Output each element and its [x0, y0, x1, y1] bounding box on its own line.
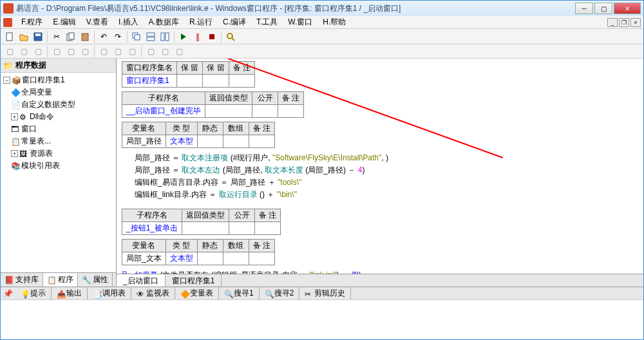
- bottom-tab-hint[interactable]: 💡提示: [15, 287, 52, 300]
- tree-node-window[interactable]: 🗔窗口: [2, 123, 115, 135]
- paste-button[interactable]: [79, 30, 91, 43]
- tree-node-customtype[interactable]: 📄自定义数据类型: [2, 99, 115, 111]
- tree-node-resource[interactable]: +🖼资源表: [2, 147, 115, 160]
- tree-toggle[interactable]: −: [3, 77, 10, 84]
- bottom-tab-output[interactable]: 📤输出: [52, 287, 88, 300]
- sub1-table[interactable]: 子程序名返回值类型公开备 注 __启动窗口_创建完毕: [122, 91, 304, 118]
- tree-node-assembly[interactable]: −📦窗口程序集1: [2, 74, 115, 86]
- find-button[interactable]: [224, 30, 237, 43]
- sidebar-header: 📁 程序数据: [1, 59, 116, 73]
- book-icon: 📕: [5, 276, 14, 285]
- new-button[interactable]: [3, 30, 16, 43]
- svg-line-14: [232, 38, 234, 41]
- menu-run[interactable]: R.运行: [184, 15, 218, 29]
- bottom-tab-watch[interactable]: 👁监视表: [131, 287, 175, 300]
- mdi-close[interactable]: ×: [630, 18, 641, 27]
- titlebar: 易语言 - D:\Program Files\易语言v5.11\VC98link…: [1, 1, 643, 16]
- bottom-tab-calltable[interactable]: 📑调用表: [88, 287, 131, 300]
- var1-table[interactable]: 变量名类 型静态数组备 注 局部_路径文本型: [122, 122, 275, 148]
- tree-toggle[interactable]: +: [11, 150, 18, 157]
- sub2-table[interactable]: 子程序名返回值类型公开备 注 _按钮1_被单击: [122, 209, 281, 235]
- tree-node-dll[interactable]: +⚙Dll命令: [2, 111, 115, 123]
- bottom-tab-search1[interactable]: 🔍搜寻1: [219, 287, 260, 300]
- tree-node-const[interactable]: 📋常量表...: [2, 135, 115, 147]
- tb2-btn: ▢: [144, 45, 157, 58]
- undo-button[interactable]: ↶: [97, 30, 110, 43]
- tb2-btn: ▢: [97, 45, 110, 58]
- sidebar-tab-program[interactable]: 📋程序: [43, 273, 78, 287]
- menu-compile[interactable]: C.编译: [218, 15, 251, 29]
- editor-tabs: _启动窗口 窗口程序集1: [117, 274, 643, 287]
- svg-rect-10: [161, 33, 164, 41]
- code-line[interactable]: 局部_路径 ＝ 取文本左边 (局部_路径, 取文本长度 (局部_路径) － 4): [122, 164, 638, 176]
- bottom-tab-clipboard[interactable]: ✂剪辑历史: [299, 287, 351, 300]
- type-icon: 📄: [11, 100, 20, 109]
- svg-rect-8: [147, 33, 155, 36]
- tree-toggle[interactable]: +: [11, 113, 18, 120]
- toolbar-separator: [141, 46, 142, 57]
- output-panel[interactable]: [1, 299, 643, 339]
- cascade-button[interactable]: [130, 30, 143, 43]
- bottom-tab-search2[interactable]: 🔍搜寻2: [260, 287, 300, 300]
- var2-table[interactable]: 变量名类 型静态数组备 注 局部_文本文本型: [122, 239, 275, 265]
- minimize-button[interactable]: ─: [575, 3, 593, 14]
- menu-program[interactable]: F.程序: [16, 15, 48, 29]
- sidebar-tab-property[interactable]: 🔧属性: [78, 273, 113, 287]
- toolbar-separator: [221, 31, 222, 42]
- pause-button[interactable]: ‖: [191, 30, 204, 43]
- menu-help[interactable]: H.帮助: [317, 15, 351, 29]
- svg-rect-9: [147, 37, 155, 41]
- code-line[interactable]: 如果真 (文件是否存在 (编辑框_易语言目录.内容 ＋ "link.ini") …: [122, 269, 638, 274]
- menu-view[interactable]: V.查看: [81, 15, 113, 29]
- svg-rect-7: [135, 35, 140, 40]
- close-button[interactable]: ✕: [614, 3, 641, 14]
- sidebar-tab-library[interactable]: 📕支持库: [1, 273, 43, 287]
- editor-tab-window[interactable]: _启动窗口: [117, 274, 166, 287]
- menu-database[interactable]: A.数据库: [144, 15, 184, 29]
- menu-tools[interactable]: T.工具: [251, 15, 283, 29]
- mdi-restore[interactable]: ❐: [619, 18, 629, 27]
- editor-tab-assembly[interactable]: 窗口程序集1: [166, 274, 222, 287]
- tile-v-button[interactable]: [158, 30, 171, 43]
- cut-button[interactable]: ✂: [50, 30, 63, 43]
- main-toolbar: ✂ ↶ ↷ ‖: [1, 29, 643, 44]
- open-button[interactable]: [17, 30, 30, 43]
- tb2-btn: ▢: [50, 45, 63, 58]
- window-title: 易语言 - D:\Program Files\易语言v5.11\VC98link…: [16, 3, 575, 14]
- code-line[interactable]: 编辑框_易语言目录.内容 ＝ 局部_路径 ＋ "tools\": [122, 176, 638, 189]
- code-line[interactable]: 局部_路径 ＝ 取文本注册项 (#现行用户, "Software\FlySky\…: [122, 152, 638, 164]
- module-icon: 📚: [11, 162, 20, 171]
- tree-node-globalvar[interactable]: 🔷全局变量: [2, 86, 115, 99]
- toolbar-separator: [94, 31, 95, 42]
- maximize-button[interactable]: ▢: [594, 3, 612, 14]
- menu-edit[interactable]: E.编辑: [48, 15, 80, 29]
- project-tree[interactable]: −📦窗口程序集1 🔷全局变量 📄自定义数据类型 +⚙Dll命令 🗔窗口 📋常量表…: [1, 73, 116, 272]
- table-icon: 📑: [93, 290, 100, 298]
- menu-window[interactable]: W.窗口: [283, 15, 317, 29]
- toolbar-separator: [127, 31, 128, 42]
- pin-icon[interactable]: 📌: [1, 289, 15, 298]
- bottom-tabs: 📌 💡提示 📤输出 📑调用表 👁监视表 🔶变量表 🔍搜寻1 🔍搜寻2 ✂剪辑历史: [1, 287, 643, 299]
- var-icon: 🔷: [11, 88, 20, 97]
- code-editor[interactable]: 窗口程序集名保 留保 留备 注 窗口程序集1 子程序名返回值类型公开备 注 __…: [117, 59, 643, 274]
- sidebar-title: 程序数据: [15, 60, 46, 71]
- eye-icon: 👁: [137, 290, 144, 298]
- window-icon: 🗔: [11, 125, 20, 134]
- redo-button[interactable]: ↷: [111, 30, 124, 43]
- run-button[interactable]: [177, 30, 190, 43]
- dll-icon: ⚙: [19, 113, 28, 122]
- stop-button[interactable]: [205, 30, 218, 43]
- bulb-icon: 💡: [21, 290, 28, 298]
- tb2-btn: ▢: [158, 45, 171, 58]
- mdi-minimize[interactable]: _: [607, 18, 618, 27]
- tree-node-module[interactable]: 📚模块引用表: [2, 160, 115, 172]
- bottom-tab-vartable[interactable]: 🔶变量表: [175, 287, 219, 300]
- toolbar-separator: [94, 46, 95, 57]
- tile-h-button[interactable]: [144, 30, 157, 43]
- save-button[interactable]: [32, 30, 44, 43]
- menu-insert[interactable]: I.插入: [113, 15, 144, 29]
- fold-icon[interactable]: ⊟←: [122, 270, 133, 274]
- code-line[interactable]: 编辑框_link目录.内容 ＝ 取运行目录 () ＋ "\bin\": [122, 189, 638, 201]
- assembly-table[interactable]: 窗口程序集名保 留保 留备 注 窗口程序集1: [122, 61, 255, 88]
- copy-button[interactable]: [64, 30, 77, 43]
